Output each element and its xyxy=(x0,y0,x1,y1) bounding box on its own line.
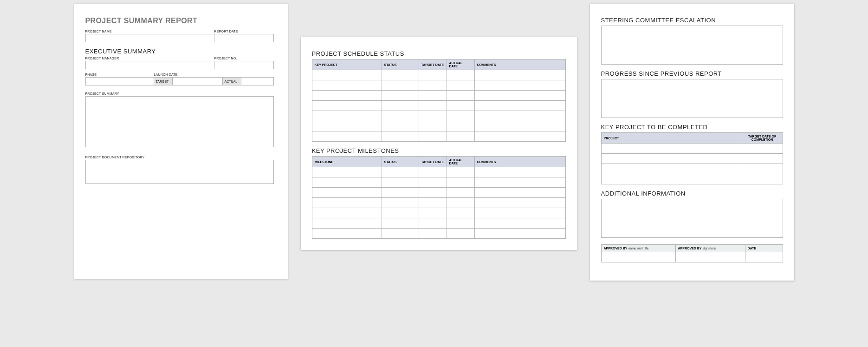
table-cell[interactable] xyxy=(382,177,419,188)
table-cell[interactable] xyxy=(419,80,447,91)
table-cell[interactable] xyxy=(447,198,474,208)
table-cell[interactable] xyxy=(419,121,447,131)
table-cell[interactable] xyxy=(601,154,742,164)
table-cell[interactable] xyxy=(447,208,474,218)
table-cell[interactable] xyxy=(742,154,783,164)
table-cell[interactable] xyxy=(312,121,382,131)
project-name-field[interactable] xyxy=(85,34,214,42)
table-cell[interactable] xyxy=(382,198,419,208)
table-cell[interactable] xyxy=(312,80,382,91)
table-cell[interactable] xyxy=(382,70,419,80)
table-cell[interactable] xyxy=(312,101,382,111)
table-cell[interactable] xyxy=(312,111,382,121)
table-cell[interactable] xyxy=(474,131,565,142)
table-cell[interactable] xyxy=(474,177,565,188)
project-summary-field[interactable] xyxy=(85,96,274,147)
table-cell[interactable] xyxy=(312,91,382,101)
table-cell[interactable] xyxy=(312,70,382,80)
th-milestone: MILESTONE xyxy=(312,157,382,167)
schedule-status-table: KEY PROJECT STATUS TARGET DATE ACTUAL DA… xyxy=(312,59,566,142)
table-cell[interactable] xyxy=(419,177,447,188)
actual-date-field[interactable] xyxy=(241,77,274,85)
table-cell[interactable] xyxy=(742,144,783,154)
steering-field[interactable] xyxy=(601,26,783,65)
table-cell[interactable] xyxy=(419,188,447,198)
table-cell[interactable] xyxy=(382,121,419,131)
table-cell[interactable] xyxy=(601,144,742,154)
table-cell[interactable] xyxy=(601,164,742,174)
table-cell[interactable] xyxy=(447,80,474,91)
table-cell[interactable] xyxy=(419,198,447,208)
table-cell[interactable] xyxy=(474,198,565,208)
table-cell[interactable] xyxy=(419,70,447,80)
approval-date-field[interactable] xyxy=(745,252,783,262)
table-cell[interactable] xyxy=(419,111,447,121)
table-cell[interactable] xyxy=(474,80,565,91)
table-cell[interactable] xyxy=(382,188,419,198)
table-cell[interactable] xyxy=(312,188,382,198)
table-cell[interactable] xyxy=(312,198,382,208)
doc-repo-field[interactable] xyxy=(85,160,274,184)
table-cell[interactable] xyxy=(742,174,783,184)
additional-info-field[interactable] xyxy=(601,199,783,238)
table-cell[interactable] xyxy=(447,91,474,101)
table-cell[interactable] xyxy=(474,218,565,229)
table-cell[interactable] xyxy=(382,229,419,239)
progress-field[interactable] xyxy=(601,79,783,118)
project-no-field[interactable] xyxy=(214,61,274,69)
table-cell[interactable] xyxy=(419,229,447,239)
approved-by-signature-field[interactable] xyxy=(675,252,745,262)
table-cell[interactable] xyxy=(474,229,565,239)
table-cell[interactable] xyxy=(447,111,474,121)
table-cell[interactable] xyxy=(474,188,565,198)
phase-field[interactable] xyxy=(85,77,154,85)
project-manager-field[interactable] xyxy=(85,61,214,69)
table-cell[interactable] xyxy=(447,188,474,198)
table-cell[interactable] xyxy=(312,208,382,218)
approval-header-row: APPROVED BY name and title APPROVED BY s… xyxy=(601,245,783,252)
table-cell[interactable] xyxy=(474,101,565,111)
table-cell[interactable] xyxy=(382,131,419,142)
table-cell[interactable] xyxy=(382,167,419,177)
table-cell[interactable] xyxy=(382,208,419,218)
table-cell[interactable] xyxy=(447,229,474,239)
table-row xyxy=(312,111,565,121)
launch-date-label: LAUNCH DATE xyxy=(154,73,274,76)
table-cell[interactable] xyxy=(447,70,474,80)
table-cell[interactable] xyxy=(312,167,382,177)
table-cell[interactable] xyxy=(419,208,447,218)
table-cell[interactable] xyxy=(382,91,419,101)
table-cell[interactable] xyxy=(447,101,474,111)
table-cell[interactable] xyxy=(382,101,419,111)
table-cell[interactable] xyxy=(474,167,565,177)
table-cell[interactable] xyxy=(447,167,474,177)
table-cell[interactable] xyxy=(447,177,474,188)
table-cell[interactable] xyxy=(601,174,742,184)
table-cell[interactable] xyxy=(312,131,382,142)
table-cell[interactable] xyxy=(474,111,565,121)
target-date-field[interactable] xyxy=(173,77,223,85)
table-cell[interactable] xyxy=(474,121,565,131)
table-cell[interactable] xyxy=(419,167,447,177)
table-cell[interactable] xyxy=(419,91,447,101)
approval-table: APPROVED BY name and title APPROVED BY s… xyxy=(601,244,783,262)
table-cell[interactable] xyxy=(382,80,419,91)
table-cell[interactable] xyxy=(419,131,447,142)
table-cell[interactable] xyxy=(382,218,419,229)
table-cell[interactable] xyxy=(419,101,447,111)
table-cell[interactable] xyxy=(312,229,382,239)
table-cell[interactable] xyxy=(474,91,565,101)
table-cell[interactable] xyxy=(312,177,382,188)
report-date-field[interactable] xyxy=(214,34,274,42)
table-cell[interactable] xyxy=(474,208,565,218)
table-cell[interactable] xyxy=(447,218,474,229)
table-cell[interactable] xyxy=(474,70,565,80)
table-cell[interactable] xyxy=(382,111,419,121)
table-cell[interactable] xyxy=(447,131,474,142)
table-cell[interactable] xyxy=(419,218,447,229)
table-cell[interactable] xyxy=(742,164,783,174)
approved-by-name-field[interactable] xyxy=(601,252,675,262)
table-cell[interactable] xyxy=(312,218,382,229)
executive-summary-heading: EXECUTIVE SUMMARY xyxy=(85,48,277,55)
table-cell[interactable] xyxy=(447,121,474,131)
